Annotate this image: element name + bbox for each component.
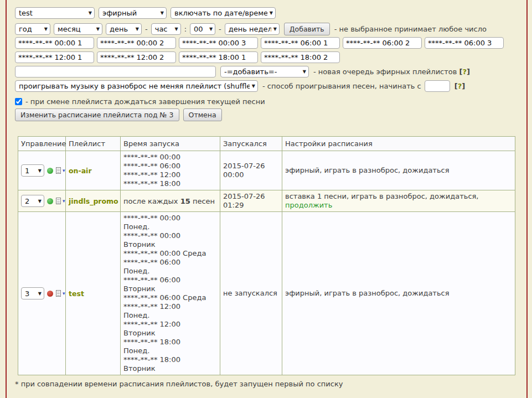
table-row-jindls-promo: 2 ▼ ▾ jindls_promo после каждых 15 песен… [18,190,515,212]
last-launched: 2015-07-26 00:00 [220,151,282,190]
shuffle-help: [?] [454,82,465,90]
time-entry-input[interactable] [97,37,176,49]
continue-link[interactable]: продолжить [285,201,332,209]
time-entry-input[interactable] [425,37,504,49]
separator-dash: - [145,25,148,33]
settings-text: эфирный, играть в разноброс, дожидаться [285,166,450,174]
table-header-row: Управление Плейлист Время запуска Запуск… [18,137,515,151]
status-dot-icon [47,168,53,174]
launch-times-text: песен [193,197,215,205]
chevron-down-icon: ▼ [161,11,164,15]
time-entry-input[interactable] [15,37,94,49]
new-queue-row: -=добавить=- ▼ - новая очередь эфирных п… [15,66,470,77]
row-order-select[interactable]: 3 ▼ [21,287,44,299]
queue-action-value: -=добавить=- [224,68,277,76]
playlist-schedule-page: test ▼ эфирный ▼ включать по дате/времен… [0,0,532,398]
hour-select-value: час [155,25,168,33]
weekday-select[interactable]: день недели ▼ [225,23,280,35]
help-bracket: ] [467,68,470,76]
schedule-settings: эфирный, играть в разноброс, дожидаться [282,212,515,375]
table-row-on-air: 1 ▼ ▾ on-air ****-**-** 00:00 ****-**-**… [18,151,515,190]
shuffle-mode-row: проигрывать музыку в разноброс не меняя … [15,80,465,92]
help-bracket: ] [462,82,465,90]
day-select-value: день [110,25,128,33]
queue-action-select[interactable]: -=добавить=- ▼ [220,66,309,77]
song-count: 15 [180,197,190,205]
playlist-cell: on-air [66,151,121,190]
time-entry-input[interactable] [15,51,94,63]
shuffle-mode-select[interactable]: проигрывать музыку в разноброс не меняя … [15,80,258,92]
column-header-launch-time: Время запуска [121,137,220,151]
cancel-button[interactable]: Отмена [183,108,222,121]
last-launched: не запускался [220,212,282,375]
schedule-settings: эфирный, играть в разноброс, дожидаться [282,151,515,190]
playlist-type-select[interactable]: эфирный ▼ [99,7,167,19]
chevron-down-icon: ▼ [252,84,255,89]
launch-times: ****-**-** 00:00 ****-**-** 06:00 ****-*… [121,151,220,190]
form-buttons-row: Изменить расписание плейлиста под № 3 От… [15,108,222,121]
shuffle-mode-value: проигрывать музыку в разноброс не меняя … [19,82,250,90]
status-dot-icon [47,291,53,297]
last-launched: 2015-07-26 01:29 [220,190,282,212]
playlist-menu-icon[interactable] [56,167,61,174]
time-entries-row-1 [15,37,504,49]
hour-select[interactable]: час ▼ [151,23,181,35]
chevron-down-icon: ▼ [273,27,277,32]
chevron-down-icon: ▼ [38,168,42,173]
activation-mode-select[interactable]: включать по дате/времени ▼ [171,7,276,19]
minute-select[interactable]: 00 ▼ [190,23,215,35]
time-entry-input[interactable] [179,37,258,49]
launch-times: после каждых 15 песен [121,190,220,212]
time-entry-input[interactable] [261,37,340,49]
add-button[interactable]: Добавить [284,23,330,35]
start-position-input[interactable] [425,80,450,92]
time-entry-input[interactable] [261,51,340,63]
menu-chevron-icon[interactable]: ▾ [63,291,65,296]
time-entries-row-2 [15,51,340,63]
new-queue-input[interactable] [15,66,216,77]
control-cell: 2 ▼ ▾ [18,190,66,212]
activation-mode-value: включать по дате/времени [174,9,267,17]
playlist-menu-icon[interactable] [56,290,61,297]
wait-checkbox[interactable] [15,98,22,105]
chevron-down-icon: ▼ [175,27,178,32]
playlist-name-link[interactable]: jindls_promo [69,197,118,205]
playlist-type-value: эфирный [102,9,137,17]
schedule-table: Управление Плейлист Время запуска Запуск… [18,136,515,375]
menu-chevron-icon[interactable]: ▾ [63,168,65,173]
playlist-select[interactable]: test ▼ [15,7,95,19]
chevron-down-icon: ▼ [209,27,213,32]
time-entry-input[interactable] [179,51,258,63]
playlist-name-link[interactable]: test [69,290,84,298]
submit-button[interactable]: Изменить расписание плейлиста под № 3 [15,108,179,121]
right-border-line [526,0,528,398]
playlist-cell: jindls_promo [66,190,121,212]
day-select[interactable]: день ▼ [106,23,142,35]
chevron-down-icon: ▼ [96,27,100,32]
playlist-name-link[interactable]: on-air [69,167,92,175]
row-order-select[interactable]: 1 ▼ [21,164,44,177]
separator-dash: - [219,25,221,33]
footnote: * при совпадении времени расписания плей… [15,380,343,388]
row-order-value: 1 [25,167,29,175]
year-select[interactable]: год ▼ [15,23,50,35]
row-order-select[interactable]: 2 ▼ [21,195,44,207]
help-link[interactable]: ? [463,68,467,76]
column-header-playlist: Плейлист [66,137,121,151]
separator-colon: : [184,25,187,33]
datetime-hint: - не выбранное принимает любое число [334,25,487,33]
year-select-value: год [19,25,32,33]
playlist-menu-icon[interactable] [56,198,61,204]
time-entry-input[interactable] [97,51,176,63]
time-entry-input[interactable] [343,37,422,49]
launch-times: ****-**-** 00:00 Понед. ****-**-** 00:00… [121,212,220,375]
control-cell: 1 ▼ ▾ [18,151,66,190]
wait-checkbox-label: - при смене плейлиста дождаться завершен… [25,97,265,106]
chevron-down-icon: ▼ [136,27,139,32]
month-select[interactable]: месяц ▼ [54,23,102,35]
new-queue-hint: - новая очередь эфирных плейлистов [?] [313,68,470,76]
chevron-down-icon: ▼ [44,27,48,32]
menu-chevron-icon[interactable]: ▾ [63,198,65,204]
row-order-value: 2 [25,197,29,205]
status-dot-icon [47,198,53,204]
